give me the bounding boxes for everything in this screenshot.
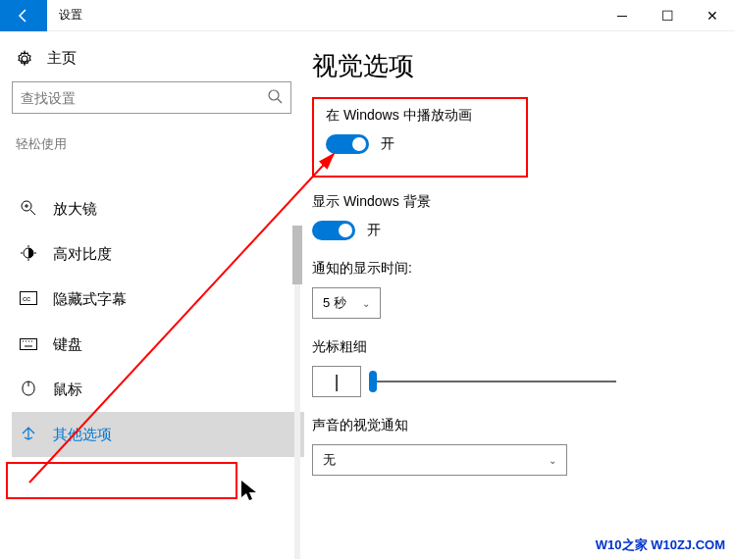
svg-point-0 xyxy=(269,90,279,100)
mouse-icon xyxy=(20,381,37,399)
setting-label-animations: 在 Windows 中播放动画 xyxy=(326,107,514,125)
search-input[interactable] xyxy=(12,81,291,114)
contrast-icon xyxy=(20,245,37,264)
sidebar-item-label: 高对比度 xyxy=(53,245,112,264)
dropdown-sound-visual[interactable]: 无 ⌄ xyxy=(312,444,567,476)
toggle-background[interactable] xyxy=(312,221,355,240)
sidebar-item-contrast[interactable]: 高对比度 xyxy=(12,231,304,277)
main-panel: 视觉选项 在 Windows 中播放动画 开 显示 Windows 背景 开 通… xyxy=(304,31,735,560)
close-button[interactable]: ✕ xyxy=(690,0,735,31)
dropdown-notification-time[interactable]: 5 秒 ⌄ xyxy=(312,287,381,319)
sidebar-item-label: 放大镜 xyxy=(53,200,97,219)
sidebar-item-mouse[interactable]: 鼠标 xyxy=(12,367,304,412)
chevron-down-icon: ⌄ xyxy=(362,298,370,309)
svg-line-3 xyxy=(30,210,35,215)
scrollbar-thumb[interactable] xyxy=(292,226,302,284)
group-title: 轻松使用 xyxy=(12,131,304,167)
svg-rect-13 xyxy=(21,338,37,349)
sidebar-item-label: 隐藏式字幕 xyxy=(53,290,127,309)
sidebar: 主页 轻松使用 放大镜 高对比度 cc 隐藏式字幕 键盘 鼠标 xyxy=(0,31,304,560)
back-button[interactable] xyxy=(0,0,47,31)
sidebar-item-label: 其他选项 xyxy=(53,426,112,444)
chevron-down-icon: ⌄ xyxy=(549,455,556,466)
cursor-pointer-icon xyxy=(240,480,258,506)
cursor-preview: | xyxy=(312,366,361,397)
svg-text:cc: cc xyxy=(23,294,30,303)
sidebar-item-label: 鼠标 xyxy=(53,381,82,399)
window-title: 设置 xyxy=(47,7,82,24)
setting-label-sound: 声音的视觉通知 xyxy=(312,417,725,434)
search-icon xyxy=(267,88,283,108)
toggle-state: 开 xyxy=(381,135,394,153)
title-bar: 设置 ─ ☐ ✕ xyxy=(0,0,735,31)
window-controls: ─ ☐ ✕ xyxy=(600,0,735,31)
annotation-highlight-nav xyxy=(6,462,237,499)
setting-label-background: 显示 Windows 背景 xyxy=(312,193,725,211)
toggle-animations[interactable] xyxy=(326,134,369,154)
setting-label-notification: 通知的显示时间: xyxy=(312,260,725,278)
sidebar-item-magnifier[interactable]: 放大镜 xyxy=(12,186,304,231)
sidebar-item-label: 键盘 xyxy=(53,335,82,354)
other-icon xyxy=(20,426,37,444)
setting-label-cursor: 光标粗细 xyxy=(312,338,725,356)
search-field[interactable] xyxy=(21,90,267,106)
home-link[interactable]: 主页 xyxy=(12,41,304,81)
sidebar-item-keyboard[interactable]: 键盘 xyxy=(12,322,304,367)
home-label: 主页 xyxy=(47,49,77,68)
sidebar-item-other[interactable]: 其他选项 xyxy=(12,412,304,457)
gear-icon xyxy=(16,50,33,68)
dropdown-value: 无 xyxy=(323,451,336,469)
dropdown-value: 5 秒 xyxy=(323,294,346,312)
svg-line-1 xyxy=(278,99,282,103)
minimize-button[interactable]: ─ xyxy=(600,0,645,31)
maximize-button[interactable]: ☐ xyxy=(645,0,690,31)
watermark: W10之家 W10ZJ.COM xyxy=(596,536,725,554)
toggle-state: 开 xyxy=(367,222,381,239)
annotation-highlight-main: 在 Windows 中播放动画 开 xyxy=(312,97,528,178)
magnifier-icon xyxy=(20,200,37,219)
cc-icon: cc xyxy=(20,291,37,308)
slider-cursor-width[interactable] xyxy=(371,381,616,382)
sidebar-item-captions[interactable]: cc 隐藏式字幕 xyxy=(12,277,304,322)
page-title: 视觉选项 xyxy=(312,49,725,83)
keyboard-icon xyxy=(20,336,37,353)
